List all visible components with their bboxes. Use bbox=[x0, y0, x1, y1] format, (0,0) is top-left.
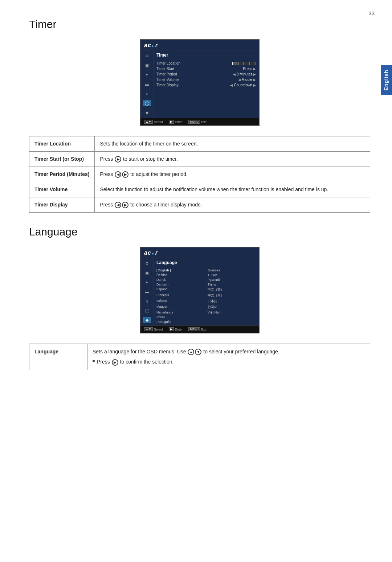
osd-footer-select: ▲▼ Select bbox=[144, 120, 163, 124]
table-cell-label: Timer Period (Minutes) bbox=[29, 167, 95, 182]
osd-row-volume: Timer Volume ◀ Middle ▶ bbox=[156, 77, 256, 82]
lang-item-cestina: Čeština bbox=[156, 273, 205, 277]
table-cell-desc: Press ◀▶ to choose a timer display mode. bbox=[95, 197, 370, 213]
loc-icon-4 bbox=[251, 62, 256, 65]
lang-item-english: [ English ] bbox=[156, 268, 205, 272]
down-arrow-btn: ▼ bbox=[195, 349, 201, 355]
table-row: Timer Display Press ◀▶ to choose a timer… bbox=[29, 197, 370, 213]
right-arrow-btn-3: ▶ bbox=[122, 202, 128, 208]
bullet-text: Press ▶ to confirm the selection. bbox=[97, 358, 173, 366]
table-row: Timer Start (or Stop) Press ▶ to start o… bbox=[29, 152, 370, 167]
osd-row-value-period: ◀ 0 Minutes ▶ bbox=[233, 72, 256, 76]
lang-osd-icon-audio: ♫ bbox=[143, 298, 151, 304]
osd-arrow-start-right: ▶ bbox=[253, 67, 256, 71]
osd-value-start-text: Press bbox=[243, 67, 252, 71]
osd-footer-enter: ▶ Enter bbox=[169, 120, 183, 124]
osd-icon-audio: ♫ bbox=[143, 90, 151, 97]
table-row: Timer Volume Select this function to adj… bbox=[29, 182, 370, 197]
osd-arrow-period-left: ◀ bbox=[233, 73, 236, 76]
lang-osd-footer-select-label: Select bbox=[154, 328, 163, 331]
lang-osd-footer-exit-label: Exit bbox=[201, 328, 207, 331]
table-row: Language Sets a language for the OSD men… bbox=[29, 344, 370, 370]
lang-item-svenska: Svenska bbox=[208, 268, 256, 272]
lang-item-korean: 한국어 bbox=[208, 304, 256, 310]
osd-row-value-volume: ◀ Middle ▶ bbox=[238, 78, 256, 82]
osd-main: Timer Timer Location bbox=[154, 50, 259, 118]
lang-item-polski: Polski bbox=[156, 315, 205, 319]
timer-osd-screen: ac►r ⚙ ▣ ✦ ▬ ♫ ◯ ◆ Timer Ti bbox=[140, 39, 260, 126]
table-cell-desc: Sets the location of the timer on the sc… bbox=[95, 136, 370, 152]
lang-osd-icon-color: ✦ bbox=[143, 279, 151, 286]
osd-arrow-volume-right: ▶ bbox=[253, 78, 256, 82]
lang-osd-key-select: ▲▼ bbox=[144, 327, 153, 331]
lang-osd-body: ⚙ ▣ ✦ ▬ ♫ ◯ ◆ Language [ English ] Svens… bbox=[140, 258, 259, 325]
table-cell-label: Timer Location bbox=[29, 136, 95, 152]
osd-sidebar: ⚙ ▣ ✦ ▬ ♫ ◯ ◆ bbox=[140, 50, 154, 118]
osd-arrow-period-right: ▶ bbox=[253, 73, 256, 76]
lang-desc-text: Sets a language for the OSD menus. Use ▲… bbox=[93, 349, 279, 354]
osd-row-value-start: Press ▶ bbox=[243, 67, 256, 71]
osd-footer-exit-label: Exit bbox=[201, 120, 207, 124]
left-arrow-btn-2: ◀ bbox=[115, 202, 121, 208]
loc-icon-2 bbox=[238, 62, 244, 65]
lang-osd-section-title: Language bbox=[156, 259, 256, 266]
language-desc-table: Language Sets a language for the OSD men… bbox=[29, 344, 370, 370]
lang-item-russian: Русский bbox=[208, 278, 256, 282]
lang-osd-icon-display: ▬ bbox=[143, 288, 151, 295]
lang-osd-icon-settings: ⚙ bbox=[143, 260, 151, 267]
page-number: 33 bbox=[368, 10, 375, 16]
osd-arrow-volume-left: ◀ bbox=[238, 78, 241, 82]
timer-desc-table: Timer Location Sets the location of the … bbox=[29, 136, 370, 213]
bullet-item: Press ▶ to confirm the selection. bbox=[93, 358, 365, 366]
lang-osd-sidebar: ⚙ ▣ ✦ ▬ ♫ ◯ ◆ bbox=[140, 258, 154, 325]
acer-logo: ac►r bbox=[144, 42, 255, 49]
acer-logo-2: ac►r bbox=[144, 250, 255, 256]
lang-osd-key-exit: MENU bbox=[188, 327, 200, 331]
lang-item-francais: Français bbox=[156, 293, 205, 298]
osd-body: ⚙ ▣ ✦ ▬ ♫ ◯ ◆ Timer Timer Location bbox=[140, 50, 259, 118]
lang-bullet-list: Press ▶ to confirm the selection. bbox=[93, 358, 365, 366]
lang-item-magyar: Magyar bbox=[156, 304, 205, 310]
osd-row-label-period: Timer Period bbox=[156, 72, 233, 76]
right-arrow-btn-2: ▶ bbox=[122, 171, 128, 178]
table-cell-desc: Press ◀▶ to adjust the timer period. bbox=[95, 167, 370, 182]
lang-item-espanol: Español bbox=[156, 287, 205, 292]
osd-icon-extra: ◆ bbox=[143, 109, 151, 116]
table-cell-desc: Press ▶ to start or stop the timer. bbox=[95, 152, 370, 167]
osd-section-title: Timer bbox=[156, 52, 256, 58]
osd-row-value-display: ◀ Countdown ▶ bbox=[230, 83, 256, 87]
lang-item-japanese: 日本語 bbox=[208, 299, 256, 304]
lang-osd-footer: ▲▼ Select ▶ Enter MENU Exit bbox=[140, 325, 259, 333]
timer-title: Timer bbox=[29, 18, 370, 30]
osd-arrow-display-right: ▶ bbox=[253, 83, 256, 87]
lang-osd-footer-enter: ▶ Enter bbox=[169, 327, 183, 331]
osd-icon-display: ▬ bbox=[143, 81, 151, 87]
timer-osd-container: ac►r ⚙ ▣ ✦ ▬ ♫ ◯ ◆ Timer Ti bbox=[29, 39, 370, 126]
table-cell-label: Timer Volume bbox=[29, 182, 95, 197]
osd-footer-exit: MENU Exit bbox=[188, 120, 207, 124]
bullet-dot bbox=[93, 360, 95, 362]
language-title: Language bbox=[29, 226, 370, 238]
lang-osd-key-enter: ▶ bbox=[169, 327, 174, 331]
lang-item-turkce: Türkçe bbox=[208, 273, 256, 277]
osd-key-enter: ▶ bbox=[169, 120, 174, 124]
loc-icon-1 bbox=[232, 62, 237, 65]
lang-osd-footer-exit: MENU Exit bbox=[188, 327, 207, 331]
osd-row-label-volume: Timer Volume bbox=[156, 78, 238, 82]
lang-grid: [ English ] Svenska Čeština Türkçe Dansk… bbox=[156, 268, 256, 324]
lang-item-chinese-simp: 中文（简） bbox=[208, 293, 256, 298]
table-cell-desc: Select this function to adjust the notif… bbox=[95, 182, 370, 197]
location-icons bbox=[232, 62, 256, 65]
table-cell-desc: Sets a language for the OSD menus. Use ▲… bbox=[87, 344, 370, 370]
osd-key-select: ▲▼ bbox=[144, 120, 153, 124]
osd-row-label-location: Timer Location bbox=[156, 61, 232, 65]
osd-footer-enter-label: Enter bbox=[175, 120, 183, 124]
table-cell-label: Language bbox=[29, 344, 87, 370]
table-cell-label: Timer Display bbox=[29, 197, 95, 213]
lang-item-chinese-trad: 中文（繁） bbox=[208, 287, 256, 292]
lang-osd-footer-select: ▲▼ Select bbox=[144, 327, 163, 331]
table-row: Timer Period (Minutes) Press ◀▶ to adjus… bbox=[29, 167, 370, 182]
osd-icon-settings: ⚙ bbox=[143, 53, 151, 59]
lang-item-italiano: Italiano bbox=[156, 299, 205, 304]
osd-row-value-location bbox=[232, 62, 256, 65]
